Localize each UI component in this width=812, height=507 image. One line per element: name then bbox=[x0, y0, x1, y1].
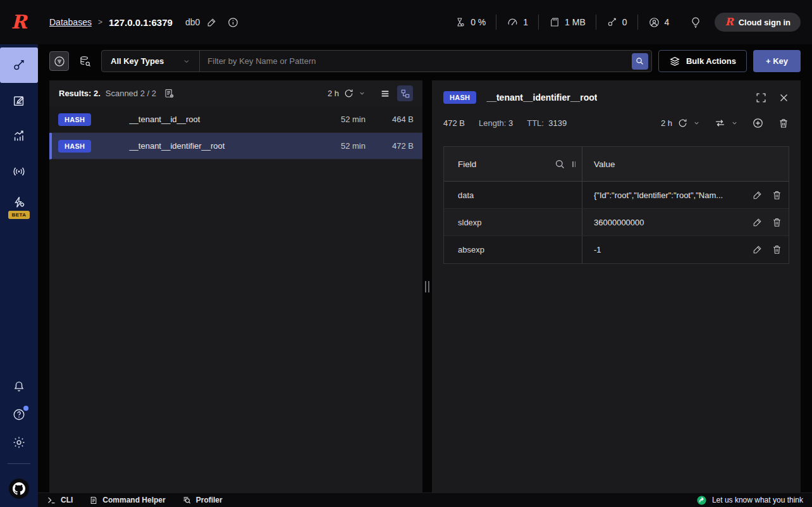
filter-toggle-button[interactable] bbox=[49, 51, 69, 71]
field-cell: data bbox=[444, 182, 582, 208]
feedback-link[interactable]: Let us know what you think bbox=[696, 495, 803, 506]
format-options-chevron-icon[interactable] bbox=[731, 120, 738, 127]
key-detail-title-row: HASH __tenant__identifier__root bbox=[443, 91, 789, 104]
sidebar-item-browser[interactable] bbox=[0, 47, 38, 83]
sidebar-divider bbox=[8, 463, 30, 464]
close-icon[interactable] bbox=[778, 92, 789, 103]
bulk-actions-button[interactable]: Bulk Actions bbox=[658, 50, 747, 72]
value-cell: -1 bbox=[594, 245, 747, 254]
redis-logo[interactable]: R bbox=[0, 13, 38, 32]
stat-keys-value: 0 bbox=[622, 17, 627, 27]
breadcrumb: Databases > 127.0.0.1:6379 db0 bbox=[49, 16, 239, 28]
stat-memory-value: 1 MB bbox=[565, 17, 586, 27]
bottom-toolbar: CLI Command Helper Profiler bbox=[38, 492, 812, 507]
user-icon bbox=[648, 16, 660, 28]
delete-field-icon[interactable] bbox=[772, 217, 782, 228]
delete-field-icon[interactable] bbox=[772, 244, 782, 255]
key-list-header: Results: 2. Scanned 2 / 2 2 h bbox=[49, 80, 422, 106]
command-helper-label: Command Helper bbox=[102, 496, 165, 504]
column-resize-handle[interactable] bbox=[572, 161, 575, 167]
ttl-label: TTL: bbox=[527, 118, 544, 128]
feedback-label: Let us know what you think bbox=[712, 496, 803, 504]
stat-clients-value: 4 bbox=[665, 17, 670, 27]
refresh-options-chevron-icon[interactable] bbox=[359, 90, 366, 97]
key-filter-input[interactable] bbox=[200, 56, 632, 66]
key-icon bbox=[606, 16, 618, 28]
notifications-bell-icon[interactable] bbox=[12, 380, 26, 394]
edit-field-icon[interactable] bbox=[752, 217, 763, 228]
key-name: __tenant__identifier__root bbox=[129, 141, 309, 151]
auto-refresh-time: 2 h bbox=[328, 89, 339, 98]
info-icon[interactable] bbox=[227, 16, 239, 28]
auto-refresh-time: 2 h bbox=[661, 118, 672, 128]
app-window: R Databases > 127.0.0.1:6379 db0 0 % bbox=[0, 0, 812, 507]
table-row[interactable]: data {"Id":"root","Identifier":"root","N… bbox=[444, 182, 789, 209]
key-ttl: TTL: 3139 bbox=[527, 118, 567, 128]
sidebar-item-analytics[interactable] bbox=[0, 118, 38, 154]
stat-commands: 1 bbox=[496, 16, 538, 28]
cloud-sign-in-button[interactable]: R Cloud sign in bbox=[715, 13, 801, 32]
edit-field-icon[interactable] bbox=[752, 244, 763, 255]
fullscreen-icon[interactable] bbox=[755, 92, 767, 104]
triggers-functions-icon bbox=[12, 196, 26, 210]
stat-cpu: 0 % bbox=[445, 16, 496, 28]
table-row[interactable]: sldexp 36000000000 bbox=[444, 209, 789, 236]
key-type-badge: HASH bbox=[58, 140, 91, 153]
list-view-toggle[interactable] bbox=[377, 85, 393, 101]
db-stats: 0 % 1 1 MB 0 bbox=[445, 13, 801, 32]
redis-logo-glyph: R bbox=[11, 13, 27, 32]
field-search-icon[interactable] bbox=[554, 158, 566, 170]
profiler-button[interactable]: Profiler bbox=[182, 496, 223, 505]
workbench-icon bbox=[12, 94, 26, 108]
tree-view-toggle[interactable] bbox=[397, 85, 413, 101]
settings-gear-icon[interactable] bbox=[12, 435, 26, 449]
field-cell: absexp bbox=[444, 236, 582, 263]
profiler-icon bbox=[182, 496, 192, 505]
edit-field-icon[interactable] bbox=[752, 190, 763, 201]
refresh-icon[interactable] bbox=[343, 88, 354, 99]
github-icon[interactable] bbox=[8, 478, 30, 499]
columns-settings-icon[interactable] bbox=[164, 88, 175, 99]
sidebar-item-triggers-beta[interactable]: BETA bbox=[0, 189, 38, 225]
sidebar-item-pubsub[interactable] bbox=[0, 154, 38, 189]
format-switch-icon[interactable] bbox=[714, 117, 726, 129]
help-notification-dot bbox=[23, 406, 28, 411]
edit-alias-icon[interactable] bbox=[206, 17, 217, 28]
terminal-icon bbox=[47, 496, 56, 505]
key-size: 472 B bbox=[366, 141, 414, 151]
help-icon[interactable] bbox=[12, 408, 26, 422]
key-row[interactable]: HASH __tenant__id__root 52 min 464 B bbox=[49, 106, 422, 133]
key-detail-info-row: 472 B Length: 3 TTL: 3139 2 h bbox=[443, 117, 789, 129]
stat-memory: 1 MB bbox=[539, 16, 596, 28]
sidebar-item-workbench[interactable] bbox=[0, 83, 38, 118]
stat-keys: 0 bbox=[596, 16, 637, 28]
key-detail-actions: 2 h bbox=[661, 117, 789, 129]
stat-commands-value: 1 bbox=[523, 17, 528, 27]
refresh-options-chevron-icon[interactable] bbox=[693, 120, 700, 127]
search-in-values-button[interactable] bbox=[75, 51, 95, 71]
insights-bulb-icon[interactable] bbox=[679, 16, 715, 29]
delete-key-icon[interactable] bbox=[778, 118, 789, 129]
refresh-icon[interactable] bbox=[677, 118, 688, 128]
ttl-value: 3139 bbox=[548, 118, 567, 128]
stat-cpu-value: 0 % bbox=[471, 17, 486, 27]
key-type-dropdown[interactable]: All Key Types bbox=[102, 51, 200, 72]
cli-button[interactable]: CLI bbox=[47, 496, 73, 505]
command-helper-button[interactable]: Command Helper bbox=[89, 496, 165, 505]
delete-field-icon[interactable] bbox=[772, 190, 782, 201]
left-sidebar: BETA bbox=[0, 44, 38, 507]
add-key-button[interactable]: + Key bbox=[753, 50, 801, 72]
add-field-icon[interactable] bbox=[752, 117, 764, 129]
stat-clients: 4 bbox=[638, 16, 680, 28]
key-row-selected[interactable]: HASH __tenant__identifier__root 52 min 4… bbox=[49, 133, 422, 160]
key-length: Length: 3 bbox=[479, 118, 513, 128]
main-area: All Key Types Bulk Actions bbox=[38, 44, 812, 507]
panel-resize-handle[interactable] bbox=[422, 80, 432, 492]
key-name: __tenant__id__root bbox=[129, 115, 309, 124]
apply-search-button[interactable] bbox=[632, 53, 648, 70]
key-list-controls: 2 h bbox=[328, 85, 413, 101]
breadcrumb-databases-link[interactable]: Databases bbox=[49, 17, 92, 27]
drag-handle-icon bbox=[425, 281, 429, 292]
key-list-panel: Results: 2. Scanned 2 / 2 2 h bbox=[49, 80, 422, 492]
table-row[interactable]: absexp -1 bbox=[444, 236, 789, 263]
